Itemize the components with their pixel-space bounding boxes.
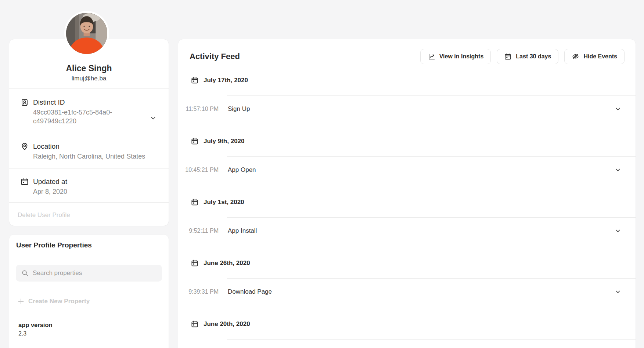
- activity-feed: July 17th, 2020 11:57:10 PM Sign Up July…: [178, 75, 636, 340]
- create-new-property-button[interactable]: Create New Property: [9, 289, 169, 313]
- calendar-icon: [191, 320, 199, 328]
- delete-user-profile-button[interactable]: Delete User Profile: [9, 202, 169, 226]
- field-label: Updated at: [33, 177, 67, 186]
- event-row[interactable]: 10:45:21 PM App Open: [178, 157, 636, 183]
- avatar-photo-placeholder: [66, 13, 107, 54]
- field-value: Raleigh, North Carolina, United States: [33, 152, 145, 161]
- event-time: 9:39:31 PM: [178, 289, 219, 295]
- date-header: July 17th, 2020: [178, 75, 636, 86]
- date-label: June 20th, 2020: [204, 320, 250, 328]
- avatar: [64, 11, 109, 56]
- feed-group: June 26th, 2020 9:39:31 PM Download Page: [178, 258, 636, 305]
- chevron-down-icon[interactable]: [614, 288, 622, 296]
- date-label: July 1st, 2020: [204, 199, 244, 206]
- button-label: View in Insights: [439, 53, 484, 60]
- field-label: Distinct ID: [33, 98, 143, 107]
- create-new-property-label: Create New Property: [28, 297, 90, 306]
- feed-group: June 20th, 2020: [178, 319, 636, 340]
- chevron-down-icon[interactable]: [614, 105, 622, 113]
- date-header: July 9th, 2020: [178, 136, 636, 146]
- event-time: 10:45:21 PM: [178, 167, 219, 173]
- view-in-insights-button[interactable]: View in Insights: [420, 49, 491, 64]
- date-label: July 17th, 2020: [204, 77, 248, 84]
- feed-group: July 17th, 2020 11:57:10 PM Sign Up: [178, 75, 636, 122]
- chevron-down-icon[interactable]: [150, 115, 157, 122]
- calendar-icon: [191, 259, 199, 267]
- plus-icon: [18, 298, 24, 305]
- event-row[interactable]: 9:52:11 PM App Install: [178, 218, 636, 244]
- insights-chart-icon: [428, 53, 435, 61]
- date-header: June 20th, 2020: [178, 319, 636, 329]
- event-name: Download Page: [228, 288, 272, 296]
- event-time: 9:52:11 PM: [178, 228, 219, 234]
- event-time: 11:57:10 PM: [178, 106, 219, 112]
- event-name: App Open: [228, 166, 256, 174]
- chevron-down-icon[interactable]: [614, 166, 622, 174]
- location-pin-icon: [20, 142, 29, 151]
- calendar-icon: [191, 76, 199, 84]
- date-label: July 9th, 2020: [204, 138, 245, 145]
- id-card-icon: [20, 98, 29, 107]
- field-label: Location: [33, 142, 145, 151]
- calendar-icon: [504, 53, 512, 61]
- search-properties-input[interactable]: [16, 265, 162, 282]
- location-row: Location Raleigh, North Carolina, United…: [9, 133, 169, 168]
- user-profile-properties-card: User Profile Properties Create New Prope…: [9, 235, 169, 348]
- date-header: June 26th, 2020: [178, 258, 636, 268]
- event-name: App Install: [228, 227, 257, 235]
- last-30-days-button[interactable]: Last 30 days: [497, 49, 558, 64]
- calendar-icon: [191, 137, 199, 145]
- property-value: 2.3: [18, 329, 160, 338]
- property-name: app version: [18, 320, 160, 329]
- field-value: 49cc0381-e1fc-57c5-84a0-c497949c1220: [33, 108, 143, 126]
- properties-title: User Profile Properties: [9, 235, 169, 255]
- event-name: Sign Up: [228, 105, 250, 113]
- button-label: Last 30 days: [516, 53, 551, 60]
- activity-feed-card: Activity Feed View in Insights Last 30 d…: [178, 39, 636, 348]
- eye-off-icon: [572, 53, 579, 61]
- activity-feed-header: Activity Feed View in Insights Last 30 d…: [178, 48, 636, 65]
- event-row[interactable]: 11:57:10 PM Sign Up: [178, 96, 636, 122]
- chevron-down-icon[interactable]: [614, 227, 622, 235]
- updated-at-row: Updated at Apr 8, 2020: [9, 168, 169, 202]
- hide-events-button[interactable]: Hide Events: [564, 49, 625, 64]
- profile-email: limuj@he.ba: [17, 74, 161, 83]
- search-properties: [9, 255, 169, 289]
- calendar-icon: [20, 177, 29, 186]
- distinct-id-row: Distinct ID 49cc0381-e1fc-57c5-84a0-c497…: [9, 88, 169, 133]
- divider: [227, 339, 636, 340]
- button-label: Hide Events: [583, 53, 617, 60]
- profile-card: Alice Singh limuj@he.ba Distinct ID 49cc…: [9, 39, 169, 226]
- event-row[interactable]: 9:39:31 PM Download Page: [178, 279, 636, 305]
- feed-group: July 1st, 2020 9:52:11 PM App Install: [178, 197, 636, 244]
- calendar-icon: [191, 198, 199, 206]
- feed-group: July 9th, 2020 10:45:21 PM App Open: [178, 136, 636, 183]
- date-label: June 26th, 2020: [204, 260, 250, 267]
- profile-name: Alice Singh: [17, 63, 161, 74]
- property-item[interactable]: app version 2.3: [9, 313, 169, 346]
- page-title: Activity Feed: [190, 52, 240, 61]
- field-value: Apr 8, 2020: [33, 187, 67, 196]
- date-header: July 1st, 2020: [178, 197, 636, 207]
